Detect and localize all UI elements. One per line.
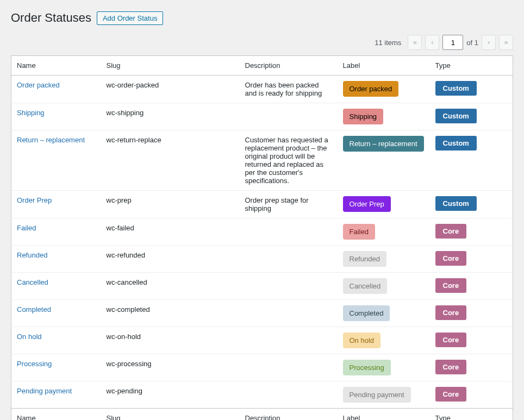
status-name-link[interactable]: Processing xyxy=(17,360,52,368)
status-name-link[interactable]: Order packed xyxy=(17,81,60,89)
status-name-link[interactable]: Refunded xyxy=(17,251,47,259)
total-pages-text: of 1 xyxy=(466,39,478,47)
col-footer-label: Label xyxy=(338,409,430,421)
status-description xyxy=(240,273,338,300)
status-description xyxy=(240,103,338,130)
status-type-badge: Custom xyxy=(435,196,477,211)
status-name-link[interactable]: Shipping xyxy=(17,109,45,117)
table-row: Processingwc-processingProcessingCore xyxy=(11,354,513,381)
status-description xyxy=(240,381,338,409)
table-row: Pending paymentwc-pendingPending payment… xyxy=(11,381,513,409)
status-slug: wc-return-replace xyxy=(101,130,240,191)
page-title: Order Statuses xyxy=(11,11,91,25)
status-label-badge: Order packed xyxy=(343,81,399,97)
status-label-badge: Completed xyxy=(343,305,390,321)
status-slug: wc-shipping xyxy=(101,103,240,130)
table-row: Failedwc-failedFailedCore xyxy=(11,218,513,246)
order-status-table: Name Slug Description Label Type Order p… xyxy=(11,55,513,420)
status-description xyxy=(240,354,338,381)
status-slug: wc-completed xyxy=(101,300,240,327)
table-row: Order Prepwc-prepOrder prep stage for sh… xyxy=(11,191,513,218)
status-description xyxy=(240,246,338,273)
status-name-link[interactable]: On hold xyxy=(17,333,42,341)
status-slug: wc-pending xyxy=(101,381,240,409)
table-row: Cancelledwc-cancelledCancelledCore xyxy=(11,273,513,300)
status-label-badge: Return – replacement xyxy=(343,136,424,152)
status-description: Order prep stage for shipping xyxy=(240,191,338,218)
status-label-badge: Failed xyxy=(343,224,375,240)
status-slug: wc-processing xyxy=(101,354,240,381)
status-description: Customer has requested a replacement pro… xyxy=(240,130,338,191)
current-page-input[interactable] xyxy=(442,35,463,50)
status-slug: wc-on-hold xyxy=(101,327,240,354)
status-description xyxy=(240,327,338,354)
status-type-badge: Core xyxy=(435,278,467,293)
items-count: 11 items xyxy=(375,39,401,47)
status-description xyxy=(240,300,338,327)
col-header-description[interactable]: Description xyxy=(240,56,338,76)
table-row: Return – replacementwc-return-replaceCus… xyxy=(11,130,513,191)
status-label-badge: On hold xyxy=(343,333,381,348)
table-row: Refundedwc-refundedRefundedCore xyxy=(11,246,513,273)
status-label-badge: Shipping xyxy=(343,109,384,124)
table-row: Shippingwc-shippingShippingCustom xyxy=(11,103,513,130)
table-row: Order packedwc-order-packedOrder has bee… xyxy=(11,76,513,103)
status-label-badge: Order Prep xyxy=(343,196,391,212)
table-row: On holdwc-on-holdOn holdCore xyxy=(11,327,513,354)
status-slug: wc-refunded xyxy=(101,246,240,273)
status-description: Order has been packed and is ready for s… xyxy=(240,76,338,103)
status-name-link[interactable]: Completed xyxy=(17,305,51,314)
status-type-badge: Custom xyxy=(435,109,477,123)
col-header-name[interactable]: Name xyxy=(11,56,101,76)
col-footer-name: Name xyxy=(11,409,101,421)
col-header-label[interactable]: Label xyxy=(338,56,430,76)
col-footer-description: Description xyxy=(240,409,338,421)
pagination-top: 11 items « ‹ of 1 › » xyxy=(11,35,513,50)
status-type-badge: Custom xyxy=(435,81,477,96)
status-slug: wc-prep xyxy=(101,191,240,218)
col-footer-type: Type xyxy=(430,409,513,421)
status-type-badge: Custom xyxy=(435,136,477,151)
status-name-link[interactable]: Return – replacement xyxy=(17,136,85,144)
prev-page-button[interactable]: ‹ xyxy=(425,35,439,50)
status-slug: wc-cancelled xyxy=(101,273,240,300)
col-footer-slug: Slug xyxy=(101,409,240,421)
first-page-button[interactable]: « xyxy=(408,35,422,50)
col-header-type[interactable]: Type xyxy=(430,56,513,76)
status-type-badge: Core xyxy=(435,305,467,320)
status-type-badge: Core xyxy=(435,251,467,266)
status-type-badge: Core xyxy=(435,360,467,374)
table-row: Completedwc-completedCompletedCore xyxy=(11,300,513,327)
status-slug: wc-failed xyxy=(101,218,240,246)
add-order-status-button[interactable]: Add Order Status xyxy=(97,11,163,25)
status-label-badge: Cancelled xyxy=(343,278,388,294)
status-type-badge: Core xyxy=(435,224,467,239)
status-slug: wc-order-packed xyxy=(101,76,240,103)
last-page-button[interactable]: » xyxy=(499,35,513,50)
status-name-link[interactable]: Pending payment xyxy=(17,387,72,395)
status-name-link[interactable]: Order Prep xyxy=(17,196,52,204)
status-name-link[interactable]: Failed xyxy=(17,224,36,232)
status-type-badge: Core xyxy=(435,387,467,402)
col-header-slug[interactable]: Slug xyxy=(101,56,240,76)
status-label-badge: Pending payment xyxy=(343,387,411,403)
status-name-link[interactable]: Cancelled xyxy=(17,278,48,286)
next-page-button[interactable]: › xyxy=(482,35,496,50)
status-label-badge: Refunded xyxy=(343,251,386,267)
status-label-badge: Processing xyxy=(343,360,391,375)
status-type-badge: Core xyxy=(435,333,467,347)
status-description xyxy=(240,218,338,246)
